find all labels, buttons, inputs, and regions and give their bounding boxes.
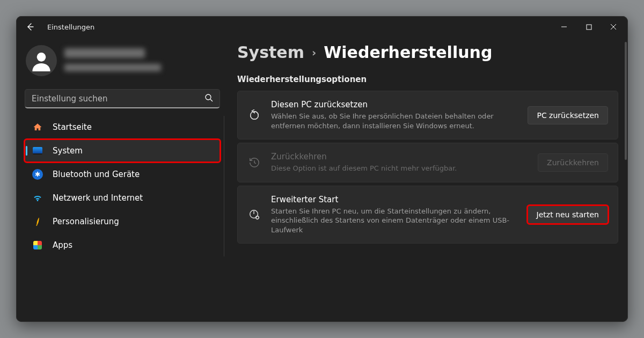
apps-icon	[32, 240, 43, 251]
system-icon	[32, 145, 43, 156]
history-icon	[247, 157, 261, 168]
sidebar-item-bluetooth[interactable]: ✱ Bluetooth und Geräte	[25, 163, 220, 186]
sidebar-item-system[interactable]: System	[25, 139, 220, 162]
titlebar: Einstellungen	[16, 16, 628, 38]
sidebar-item-label: Personalisierung	[53, 217, 119, 226]
back-button[interactable]	[24, 20, 36, 33]
sidebar: Startseite System ✱ Bluetooth und Geräte…	[25, 38, 224, 322]
profile-name	[64, 48, 221, 74]
card-title: Zurückkehren	[271, 152, 528, 161]
search-input[interactable]	[32, 94, 200, 104]
sidebar-nav: Startseite System ✱ Bluetooth und Geräte…	[25, 116, 224, 256]
svg-point-4	[37, 53, 46, 62]
card-desc: Starten Sie Ihren PC neu, um die Startei…	[271, 207, 518, 235]
profile-section[interactable]	[25, 41, 224, 86]
card-title: Diesen PC zurücksetzen	[271, 100, 518, 109]
window-controls	[552, 18, 626, 36]
card-title: Erweiterter Start	[271, 195, 518, 204]
sidebar-item-label: Startseite	[53, 122, 92, 132]
wifi-icon	[32, 193, 43, 203]
sidebar-item-label: System	[53, 146, 83, 156]
card-desc: Wählen Sie aus, ob Sie Ihre persönlichen…	[271, 112, 518, 130]
svg-point-5	[206, 94, 211, 100]
card-reset-pc: Diesen PC zurücksetzen Wählen Sie aus, o…	[237, 91, 618, 139]
sidebar-item-startseite[interactable]: Startseite	[25, 116, 220, 138]
avatar	[26, 45, 57, 76]
settings-window: Einstellungen	[16, 16, 628, 322]
main-content: System › Wiederherstellung Wiederherstel…	[234, 38, 628, 322]
reset-pc-button[interactable]: PC zurücksetzen	[528, 106, 608, 124]
minimize-button[interactable]	[552, 18, 576, 36]
breadcrumb-parent[interactable]: System	[237, 43, 304, 62]
scrollbar[interactable]	[625, 42, 627, 160]
restart-now-button[interactable]: Jetzt neu starten	[528, 205, 608, 224]
chevron-right-icon: ›	[312, 46, 316, 59]
svg-line-6	[210, 99, 213, 101]
sidebar-item-label: Netzwerk und Internet	[53, 193, 143, 203]
power-gear-icon	[247, 209, 261, 221]
go-back-button: Zurückkehren	[538, 153, 608, 172]
reset-icon	[247, 109, 261, 121]
home-icon	[32, 122, 43, 133]
search-box[interactable]	[25, 89, 220, 108]
sidebar-item-network[interactable]: Netzwerk und Internet	[25, 187, 220, 209]
search-icon	[204, 93, 213, 104]
breadcrumb: System › Wiederherstellung	[237, 43, 618, 62]
brush-icon	[30, 214, 45, 229]
sidebar-item-label: Apps	[53, 240, 72, 250]
card-advanced-startup: Erweiterter Start Starten Sie Ihren PC n…	[237, 186, 618, 244]
card-desc: Diese Option ist auf diesem PC nicht meh…	[271, 164, 528, 173]
app-title: Einstellungen	[47, 23, 94, 31]
recovery-options: Diesen PC zurücksetzen Wählen Sie aus, o…	[237, 91, 618, 244]
sidebar-item-personalization[interactable]: Personalisierung	[25, 210, 220, 233]
maximize-button[interactable]	[576, 18, 601, 36]
sidebar-item-apps[interactable]: Apps	[25, 234, 220, 256]
svg-rect-1	[587, 25, 591, 30]
bluetooth-icon: ✱	[32, 169, 43, 180]
breadcrumb-current: Wiederherstellung	[324, 43, 492, 62]
close-button[interactable]	[601, 18, 626, 36]
section-title: Wiederherstellungsoptionen	[237, 75, 618, 84]
sidebar-item-label: Bluetooth und Geräte	[53, 170, 140, 179]
card-go-back: Zurückkehren Diese Option ist auf diesem…	[237, 143, 618, 182]
